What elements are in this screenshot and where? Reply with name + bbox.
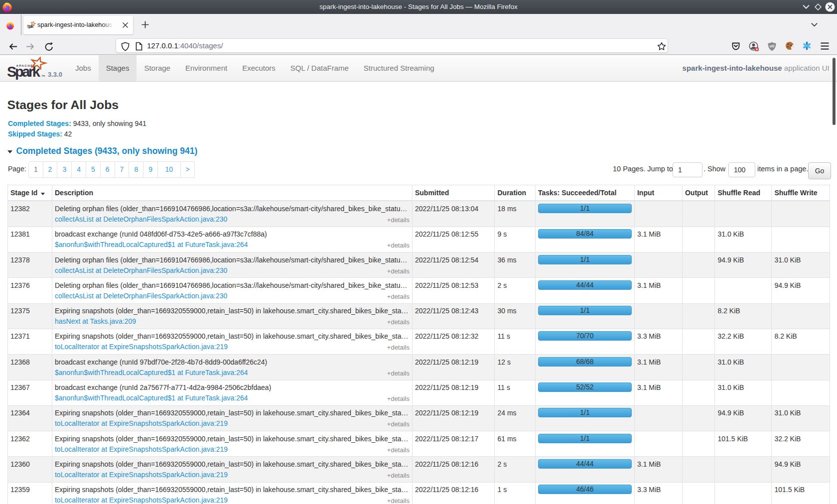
svg-text:APACHE: APACHE [16, 64, 33, 67]
svg-text:uO: uO [770, 44, 775, 47]
svg-text:™: ™ [41, 74, 45, 79]
